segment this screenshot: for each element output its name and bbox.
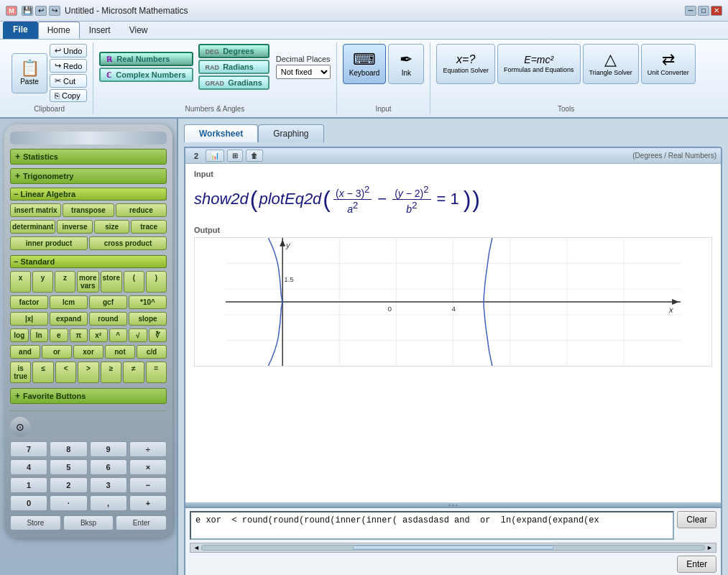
transpose-btn[interactable]: transpose bbox=[63, 203, 114, 217]
equation-solver-button[interactable]: x=? Equation Solver bbox=[436, 44, 495, 84]
enter-button[interactable]: Enter bbox=[677, 556, 717, 573]
degrees-button[interactable]: DEG Degrees bbox=[198, 44, 269, 58]
unit-converter-button[interactable]: ⇄ Unit Converter bbox=[641, 44, 696, 84]
z-btn[interactable]: z bbox=[55, 271, 75, 293]
maximize-icon[interactable]: □ bbox=[698, 6, 709, 16]
e-btn[interactable]: e bbox=[50, 328, 68, 342]
tab-view[interactable]: View bbox=[120, 22, 157, 39]
num1-btn[interactable]: 1 bbox=[10, 477, 47, 493]
ink-button[interactable]: ✒ Ink bbox=[388, 44, 424, 84]
num8-btn[interactable]: 8 bbox=[50, 441, 87, 457]
triangle-solver-button[interactable]: △ Triangle Solver bbox=[583, 44, 639, 84]
undo-button[interactable]: ↩ Undo bbox=[50, 44, 87, 58]
num7-btn[interactable]: 7 bbox=[10, 441, 47, 457]
num9-btn[interactable]: 9 bbox=[90, 441, 127, 457]
bksp-btn[interactable]: Bksp bbox=[63, 515, 114, 530]
div-btn[interactable]: ÷ bbox=[129, 441, 167, 457]
xor-btn[interactable]: xor bbox=[73, 345, 103, 359]
x2-btn[interactable]: x² bbox=[89, 328, 108, 342]
delete-icon-btn[interactable]: 🗑 bbox=[246, 150, 263, 162]
tab-graphing[interactable]: Graphing bbox=[258, 124, 323, 142]
ln-btn[interactable]: ln bbox=[30, 328, 49, 342]
lt-btn[interactable]: < bbox=[55, 362, 76, 383]
minimize-icon[interactable]: ─ bbox=[685, 6, 696, 16]
and-btn[interactable]: and bbox=[10, 345, 40, 359]
abs-btn[interactable]: |x| bbox=[10, 312, 48, 326]
num6-btn[interactable]: 6 bbox=[90, 459, 127, 475]
comma-btn[interactable]: , bbox=[90, 495, 127, 511]
geq-btn[interactable]: ≥ bbox=[101, 362, 121, 383]
dot-btn[interactable]: · bbox=[50, 495, 87, 511]
scroll-left-icon[interactable]: ◄ bbox=[192, 544, 201, 551]
expand-btn[interactable]: expand bbox=[50, 312, 88, 326]
decimal-select[interactable]: Not fixed 0123 bbox=[276, 65, 331, 79]
radians-button[interactable]: RAD Radians bbox=[198, 60, 269, 74]
inner-product-btn[interactable]: inner product bbox=[10, 236, 88, 250]
neq-btn[interactable]: ≠ bbox=[123, 362, 144, 383]
save-icon[interactable]: 💾 bbox=[22, 6, 33, 16]
enter-num-btn[interactable]: Enter bbox=[116, 515, 167, 530]
cd-btn[interactable]: c/d bbox=[137, 345, 167, 359]
cbrt-btn[interactable]: ∛ bbox=[149, 328, 167, 342]
eq-btn[interactable]: = bbox=[146, 362, 167, 383]
scroll-thumb[interactable] bbox=[353, 546, 554, 550]
x-btn[interactable]: x bbox=[10, 271, 31, 293]
redo-button[interactable]: ↪ Redo bbox=[50, 59, 87, 73]
inverse-btn[interactable]: inverse bbox=[57, 220, 93, 234]
keyboard-button[interactable]: ⌨ Keyboard bbox=[343, 44, 387, 84]
gcf-btn[interactable]: gcf bbox=[89, 295, 127, 309]
leq-btn[interactable]: ≤ bbox=[32, 362, 53, 383]
lparen-btn[interactable]: ( bbox=[124, 271, 144, 293]
complex-numbers-button[interactable]: ℂ Complex Numbers bbox=[99, 68, 193, 82]
or-btn[interactable]: or bbox=[42, 345, 72, 359]
num2-btn[interactable]: 2 bbox=[50, 477, 87, 493]
standard-section[interactable]: − Standard bbox=[10, 255, 167, 268]
trigonometry-section[interactable]: + Trigonometry bbox=[10, 168, 167, 184]
scroll-right-icon[interactable]: ► bbox=[705, 544, 714, 551]
y-btn[interactable]: y bbox=[32, 271, 53, 293]
cross-product-btn[interactable]: cross product bbox=[89, 236, 167, 250]
rparen-btn[interactable]: ) bbox=[146, 271, 167, 293]
tab-home[interactable]: Home bbox=[38, 22, 80, 39]
statistics-section[interactable]: + Statistics bbox=[10, 149, 167, 165]
expression-input[interactable]: e xor < round(round(round(inner(inner( a… bbox=[190, 511, 674, 540]
reduce-btn[interactable]: reduce bbox=[116, 203, 167, 217]
size-btn[interactable]: size bbox=[94, 220, 130, 234]
store-num-btn[interactable]: Store bbox=[10, 515, 61, 530]
calc-nav-circle[interactable]: ⊙ bbox=[10, 417, 30, 437]
horizontal-scrollbar[interactable]: ◄ ► bbox=[190, 543, 717, 553]
scroll-track[interactable] bbox=[201, 545, 705, 551]
trace-btn[interactable]: trace bbox=[131, 220, 167, 234]
gt-btn[interactable]: > bbox=[78, 362, 98, 383]
tab-insert[interactable]: Insert bbox=[80, 22, 120, 39]
num0-btn[interactable]: 0 bbox=[10, 495, 47, 511]
round-btn[interactable]: round bbox=[89, 312, 127, 326]
slope-btn[interactable]: slope bbox=[129, 312, 167, 326]
pi-btn[interactable]: π bbox=[70, 328, 88, 342]
times10-btn[interactable]: *10^ bbox=[129, 295, 167, 309]
tab-worksheet[interactable]: Worksheet bbox=[184, 124, 258, 142]
insert-matrix-btn[interactable]: insert matrix bbox=[10, 203, 61, 217]
istrue-btn[interactable]: is true bbox=[10, 362, 31, 383]
formulas-button[interactable]: E=mc² Formulas and Equations bbox=[497, 44, 581, 84]
tab-file[interactable]: File bbox=[3, 22, 38, 39]
clear-button[interactable]: Clear bbox=[677, 511, 717, 528]
num5-btn[interactable]: 5 bbox=[50, 459, 87, 475]
paste-button[interactable]: 📋 Paste bbox=[11, 53, 47, 93]
determinant-btn[interactable]: determinant bbox=[10, 220, 55, 234]
store-btn[interactable]: store bbox=[101, 271, 122, 293]
real-numbers-button[interactable]: ℝ Real Numbers bbox=[99, 52, 193, 66]
more-vars-btn[interactable]: more vars bbox=[77, 271, 98, 293]
undo-tb-icon[interactable]: ↩ bbox=[35, 6, 47, 16]
lcm-btn[interactable]: lcm bbox=[50, 295, 88, 309]
copy-button[interactable]: ⎘ Copy bbox=[50, 89, 87, 102]
favorite-section[interactable]: + Favorite Buttons bbox=[10, 388, 167, 404]
linear-algebra-section[interactable]: − Linear Algebra bbox=[10, 188, 167, 201]
plus-num-btn[interactable]: + bbox=[129, 495, 167, 511]
log-btn[interactable]: log bbox=[10, 328, 29, 342]
sqrt-btn[interactable]: √ bbox=[129, 328, 147, 342]
gradians-button[interactable]: GRAD Gradians bbox=[198, 75, 269, 90]
close-icon[interactable]: ✕ bbox=[711, 6, 722, 16]
num3-btn[interactable]: 3 bbox=[90, 477, 127, 493]
mul-btn[interactable]: × bbox=[129, 459, 167, 475]
